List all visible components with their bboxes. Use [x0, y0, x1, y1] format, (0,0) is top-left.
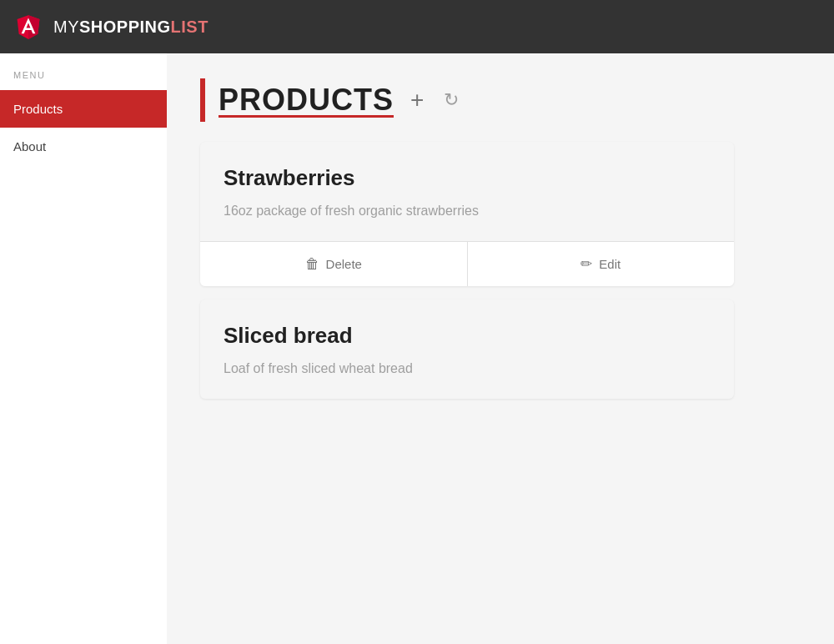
- product-name-2: Sliced bread: [224, 323, 711, 349]
- product-card-actions: 🗑 Delete ✏ Edit: [200, 241, 734, 286]
- sidebar: MENU Products About: [0, 53, 167, 644]
- trash-icon: 🗑: [305, 256, 319, 273]
- title-my: MY: [53, 18, 79, 36]
- product-name: Strawberries: [224, 165, 711, 191]
- main-content: PRODUCTS + ↻ Strawberries 16oz package o…: [167, 53, 834, 644]
- title-shopping: SHOPPING: [79, 18, 171, 36]
- product-card-strawberries: Strawberries 16oz package of fresh organ…: [200, 142, 734, 286]
- angular-logo-icon: [13, 12, 43, 42]
- svg-marker-1: [28, 15, 39, 39]
- product-description-2: Loaf of fresh sliced wheat bread: [224, 359, 711, 379]
- page-title-accent-bar: [200, 78, 205, 122]
- product-card-body-2: Sliced bread Loaf of fresh sliced wheat …: [200, 299, 734, 399]
- app-title: MYSHOPPINGLIST: [53, 18, 208, 37]
- sidebar-menu-label: MENU: [0, 70, 167, 90]
- product-card-body: Strawberries 16oz package of fresh organ…: [200, 142, 734, 241]
- product-card-sliced-bread: Sliced bread Loaf of fresh sliced wheat …: [200, 299, 734, 399]
- add-icon: +: [410, 87, 424, 113]
- product-description: 16oz package of fresh organic strawberri…: [224, 201, 711, 221]
- sidebar-item-products[interactable]: Products: [0, 90, 167, 128]
- title-list: LIST: [171, 18, 208, 36]
- app-header: MYSHOPPINGLIST: [0, 0, 834, 53]
- edit-label: Edit: [599, 257, 620, 271]
- page-title-row: PRODUCTS + ↻: [200, 78, 801, 122]
- add-product-button[interactable]: +: [407, 83, 427, 117]
- refresh-button[interactable]: ↻: [440, 86, 462, 114]
- delete-label: Delete: [326, 257, 362, 271]
- edit-strawberries-button[interactable]: ✏ Edit: [467, 242, 735, 286]
- delete-strawberries-button[interactable]: 🗑 Delete: [200, 242, 467, 286]
- refresh-icon: ↻: [444, 89, 459, 111]
- edit-icon: ✏: [580, 255, 592, 273]
- page-title: PRODUCTS: [219, 83, 394, 118]
- sidebar-item-about[interactable]: About: [0, 128, 167, 165]
- app-layout: MENU Products About PRODUCTS + ↻ Strawbe…: [0, 53, 834, 644]
